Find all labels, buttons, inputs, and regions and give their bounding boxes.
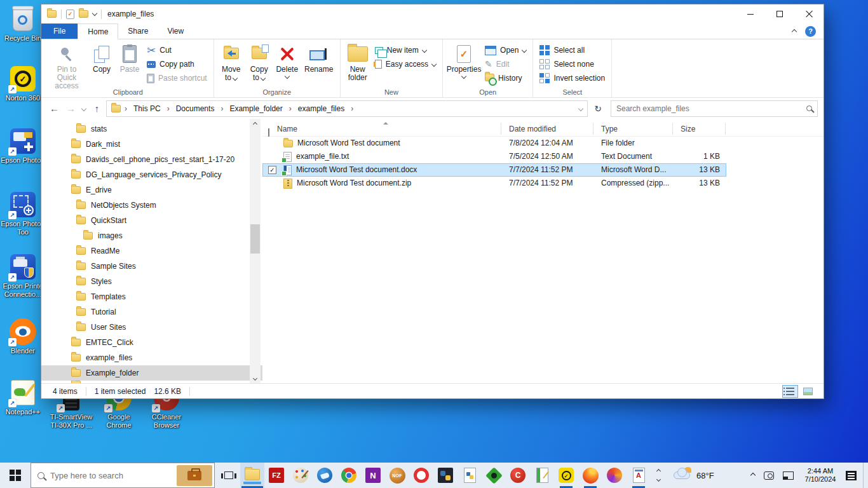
taskbar-search-input[interactable] [50,471,146,480]
tree-item-netobjects-system[interactable]: NetObjects System [41,198,262,213]
forward-button[interactable]: → [64,103,78,114]
new-folder-button[interactable]: New folder [344,41,372,83]
copy-path-button[interactable]: Copy path [144,57,210,71]
column-header-size[interactable]: Size [681,121,695,137]
thumbnails-view-button[interactable] [800,385,816,398]
tree-item-stats[interactable]: stats [41,121,262,137]
taskbar-app-python-file[interactable] [458,463,482,488]
column-divider[interactable] [725,123,726,135]
properties-button[interactable]: ✓ Properties [446,41,482,79]
desktop-icon-notepad-plus-plus[interactable]: ↗ Notepad++ [1,379,45,416]
tree-item-user-sites[interactable]: User Sites [41,320,262,335]
tree-item-dark-mist[interactable]: Dark_mist [41,137,262,152]
search-icon[interactable] [806,105,812,111]
dock-panel-icon[interactable] [783,471,794,480]
taskbar-app-norton[interactable]: ✓ [554,463,578,488]
weather-widget[interactable]: 68°F [667,463,721,488]
tree-item-images[interactable]: images [41,228,262,243]
taskbar-app-firefox[interactable] [578,463,602,488]
address-dropdown-chevron-icon[interactable] [578,105,583,111]
recent-locations-chevron-icon[interactable] [81,105,86,111]
taskbar-app-python-console[interactable] [433,463,458,488]
taskbar-app-ccleaner[interactable]: C [506,463,530,488]
scrollbar-thumb[interactable] [250,224,260,254]
taskbar-app-opera[interactable] [409,463,433,488]
desktop-icon-epson-photo-plus[interactable]: ↗ Epson Photo+ [1,127,45,165]
taskbar-app-chrome[interactable] [337,463,361,488]
tab-view[interactable]: View [158,24,193,39]
qat-customize-chevron-icon[interactable] [92,10,97,15]
breadcrumb-example-files[interactable]: example_files [295,104,347,113]
maximize-button[interactable] [765,4,794,24]
copy-to-button[interactable]: Copy to [245,41,273,83]
open-button[interactable]: Open [482,43,529,57]
tree-item-styles[interactable]: Styles [41,274,262,289]
desktop-icon-epson-photo-tool[interactable]: ↗ Epson Photo+ Too [1,191,45,236]
pin-to-quick-access-button[interactable]: Pin to Quick access [46,41,88,92]
close-button[interactable] [794,4,824,24]
file-row-word-folder[interactable]: Microsoft Word Test document 7/8/2024 12… [262,137,726,150]
action-center-icon[interactable] [846,471,857,480]
show-desktop-button[interactable] [863,463,868,488]
tree-item-example-folder[interactable]: Example_folder [41,365,262,381]
tree-item-readme[interactable]: ReadMe [41,243,262,259]
breadcrumb-documents[interactable]: Documents [173,104,217,113]
tab-home[interactable]: Home [78,24,118,39]
tree-scrollbar[interactable] [250,119,261,384]
tree-item-davids-pics[interactable]: Davids_cell_phone_pics_rest_start_1-17-2… [41,152,262,167]
select-all-checkbox[interactable] [268,128,269,137]
paste-shortcut-button[interactable]: Paste shortcut [144,71,210,85]
column-divider[interactable] [501,123,501,135]
invert-selection-button[interactable]: Invert selection [536,71,608,85]
history-button[interactable]: History [482,71,529,85]
file-row-word-zip[interactable]: Microsoft Word Test document.zip 7/7/202… [262,177,726,190]
taskbar-app-filezilla[interactable]: FZ [264,463,288,488]
help-button[interactable]: ? [805,26,816,37]
delete-button[interactable]: Delete [273,41,301,79]
hidden-icons-chevron-icon[interactable] [750,473,756,478]
row-checkbox[interactable]: ✓ [268,166,276,174]
start-button[interactable] [0,463,31,488]
qat-folder-icon[interactable] [79,10,88,18]
column-header-type[interactable]: Type [601,121,618,137]
taskbar-app-netobjects[interactable]: NOF [385,463,409,488]
move-to-button[interactable]: Move to [217,41,245,83]
tree-item-tutorial[interactable]: Tutorial [41,304,262,320]
taskbar-app-onenote[interactable]: N [361,463,385,488]
taskbar-app-avast-browser[interactable] [602,463,627,488]
details-view-button[interactable] [782,385,798,398]
up-button[interactable]: ↑ [90,103,104,114]
minimize-button[interactable] [736,4,765,24]
tree-item-templates[interactable]: Templates [41,289,262,304]
tree-item-quickstart[interactable]: QuickStart [41,213,262,228]
copy-button[interactable]: Copy [88,41,116,75]
back-button[interactable]: ← [47,103,62,114]
tab-file[interactable]: File [41,24,78,39]
task-view-button[interactable] [217,463,240,488]
taskbar-app-thunderbird[interactable] [313,463,337,488]
qat-properties-icon[interactable]: ✓ [66,10,74,19]
column-divider[interactable] [593,123,593,135]
rename-button[interactable]: Rename [301,41,337,75]
cut-button[interactable]: ✂Cut [144,43,210,57]
tree-item-dg-language[interactable]: DG_Language_services_Privacy_Policy [41,167,262,182]
desktop-icon-recycle-bin[interactable]: Recycle Bin [1,5,45,43]
column-header-date-modified[interactable]: Date modified [509,121,556,137]
search-highlight[interactable] [177,465,212,486]
address-box[interactable]: › This PC › Documents › Example_folder ›… [106,100,588,117]
search-input[interactable] [616,104,806,113]
taskbar-app-chameleon[interactable] [482,463,506,488]
taskbar-app-file-explorer[interactable] [240,463,264,488]
paste-button[interactable]: Paste [116,41,144,75]
collapse-ribbon-chevron-icon[interactable] [792,29,797,34]
tree-item-emtec-click[interactable]: EMTEC_Click [41,335,262,350]
edit-button[interactable]: ✎Edit [482,57,529,71]
breadcrumb-example-folder[interactable]: Example_folder [227,104,285,113]
select-none-button[interactable]: Select none [536,57,608,71]
taskbar-app-paint[interactable] [288,463,313,488]
taskbar-clock[interactable]: 2:44 AM 7/10/2024 [797,467,843,484]
scroll-up-chevron-icon[interactable] [656,469,660,473]
column-divider[interactable] [672,123,673,135]
column-header-name[interactable]: Name [277,121,297,137]
refresh-button[interactable]: ↻ [590,104,606,114]
